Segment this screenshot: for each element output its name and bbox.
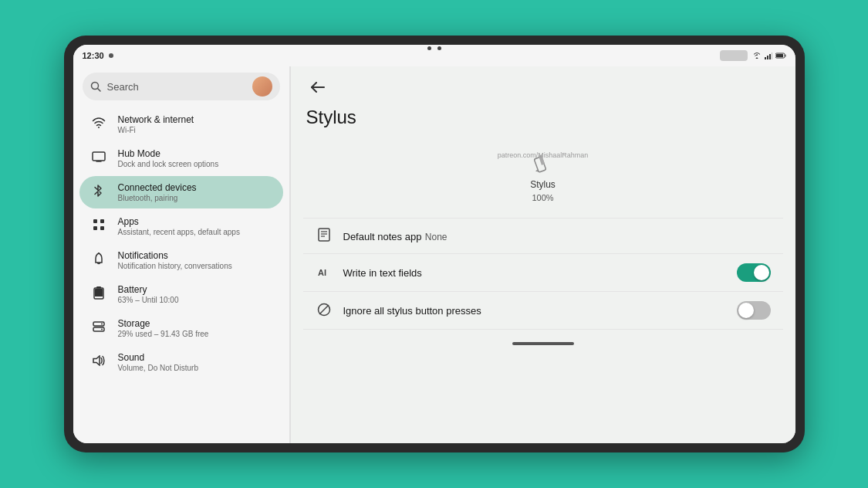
main-content: Search [73, 66, 795, 443]
tablet-inner: 12:30 [73, 45, 795, 443]
svg-rect-15 [93, 226, 97, 230]
toggle-knob-on [754, 265, 769, 280]
camera-bar [427, 46, 441, 50]
block-icon [316, 303, 333, 319]
svg-rect-0 [765, 57, 766, 59]
watermark-text: patreon.com/MishaalRahman [498, 151, 589, 159]
setting-row-ignore-button[interactable]: Ignore all stylus button presses [303, 292, 783, 330]
settings-sidebar: Search [73, 66, 289, 443]
status-bar-left: 12:30 [83, 51, 113, 60]
svg-rect-19 [96, 286, 101, 289]
setting-row-write-text-fields[interactable]: AI Write in text fields [303, 254, 783, 292]
sidebar-item-battery[interactable]: Battery 63% – Until 10:00 [79, 278, 283, 310]
svg-point-9 [98, 127, 100, 128]
connected-devices-subtitle: Bluetooth, pairing [118, 194, 197, 202]
sidebar-item-network[interactable]: Network & internet Wi-Fi [79, 108, 283, 141]
bluetooth-icon [90, 184, 107, 201]
default-notes-value: None [425, 232, 448, 242]
apps-subtitle: Assistant, recent apps, default apps [118, 228, 240, 236]
notifications-subtitle: Notification history, conversations [118, 262, 232, 270]
stylus-illustration: patreon.com/MishaalRahman Stylus 100% [291, 139, 795, 218]
sidebar-item-apps[interactable]: Apps Assistant, recent apps, default app… [79, 210, 283, 242]
signal-status-icon [765, 52, 772, 59]
tablet-frame: 12:30 [64, 36, 805, 452]
camera-dot-right [437, 46, 441, 50]
svg-rect-3 [772, 53, 772, 59]
storage-item-text: Storage 29% used – 91.43 GB free [118, 318, 209, 338]
toggle-knob-off [738, 303, 754, 318]
svg-line-8 [97, 89, 100, 92]
svg-rect-1 [767, 56, 768, 59]
svg-rect-20 [95, 289, 103, 297]
status-indicator-dot [109, 53, 113, 58]
write-text-fields-title: Write in text fields [343, 267, 422, 279]
network-title: Network & internet [118, 114, 194, 125]
stylus-panel: Stylus patreon.com/MishaalRahman Stylus [291, 66, 795, 443]
sidebar-item-hubmode[interactable]: Hub Mode Dock and lock screen options [79, 142, 283, 175]
sidebar-item-storage[interactable]: Storage 29% used – 91.43 GB free [79, 312, 283, 344]
storage-icon [90, 320, 107, 336]
default-notes-text: Default notes app None [343, 229, 771, 243]
stylus-settings-section: Default notes app None AI Write in text [291, 218, 795, 330]
storage-subtitle: 29% used – 91.43 GB free [118, 330, 209, 338]
bottom-handle [291, 330, 795, 353]
status-icons [752, 52, 786, 59]
default-notes-title: Default notes app [343, 231, 422, 242]
svg-line-33 [319, 305, 329, 314]
back-button[interactable] [306, 76, 329, 99]
sound-subtitle: Volume, Do Not Disturb [118, 364, 199, 372]
stylus-icon-percent: 100% [532, 193, 553, 202]
apps-title: Apps [118, 216, 240, 227]
panel-header [291, 66, 795, 102]
svg-point-23 [101, 324, 103, 325]
svg-rect-10 [93, 152, 105, 161]
grid-icon [90, 219, 107, 234]
sidebar-item-sound[interactable]: Sound Volume, Do Not Disturb [79, 346, 283, 378]
hubmode-title: Hub Mode [118, 148, 219, 159]
sound-item-text: Sound Volume, Do Not Disturb [118, 352, 199, 372]
wifi-icon [90, 117, 107, 131]
status-time: 12:30 [83, 51, 104, 60]
wifi-status-icon [752, 52, 762, 59]
ignore-button-toggle[interactable] [737, 301, 771, 320]
svg-text:AI: AI [318, 268, 326, 277]
network-item-text: Network & internet Wi-Fi [118, 114, 194, 134]
search-bar-container: Search [73, 66, 289, 107]
network-subtitle: Wi-Fi [118, 126, 194, 134]
status-bar-right [720, 50, 786, 61]
write-text-fields-toggle[interactable] [737, 263, 771, 282]
camera-dot-left [427, 46, 431, 50]
monitor-icon [90, 151, 107, 165]
connected-devices-item-text: Connected devices Bluetooth, pairing [118, 182, 197, 202]
note-icon [316, 228, 333, 244]
panel-title: Stylus [291, 102, 795, 139]
svg-point-24 [101, 329, 103, 330]
sidebar-item-connected-devices[interactable]: Connected devices Bluetooth, pairing [79, 176, 283, 208]
hubmode-subtitle: Dock and lock screen options [118, 160, 219, 168]
ignore-button-title: Ignore all stylus button presses [343, 305, 481, 317]
bell-icon [90, 252, 107, 269]
ignore-button-text: Ignore all stylus button presses [343, 303, 726, 317]
notifications-item-text: Notifications Notification history, conv… [118, 250, 232, 270]
svg-rect-5 [785, 55, 785, 57]
battery-item-text: Battery 63% – Until 10:00 [118, 284, 179, 304]
user-avatar [252, 76, 272, 97]
setting-row-default-notes[interactable]: Default notes app None [303, 218, 783, 254]
sound-title: Sound [118, 352, 199, 363]
write-text-fields-text: Write in text fields [343, 266, 726, 280]
sidebar-item-notifications[interactable]: Notifications Notification history, conv… [79, 244, 283, 276]
svg-rect-27 [319, 229, 329, 241]
settings-list: Network & internet Wi-Fi [73, 107, 289, 443]
search-icon [90, 81, 101, 92]
svg-rect-2 [769, 54, 771, 59]
search-label: Search [107, 81, 246, 93]
notifications-title: Notifications [118, 250, 232, 261]
apps-item-text: Apps Assistant, recent apps, default app… [118, 216, 240, 236]
svg-rect-6 [776, 54, 783, 57]
svg-rect-13 [93, 219, 97, 223]
svg-rect-14 [100, 219, 104, 223]
stylus-icon-label: Stylus [530, 179, 556, 190]
search-bar[interactable]: Search [83, 73, 280, 100]
volume-icon [90, 355, 107, 369]
battery-title: Battery [118, 284, 179, 295]
